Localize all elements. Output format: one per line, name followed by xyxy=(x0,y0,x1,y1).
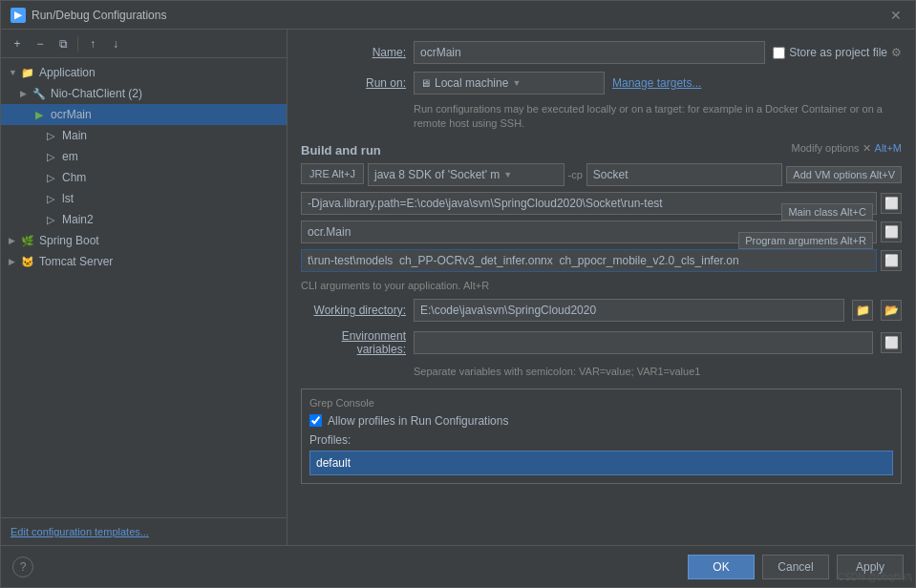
tree-item-main[interactable]: ▷ Main xyxy=(1,125,287,146)
store-label: Store as project file xyxy=(789,46,887,59)
help-button[interactable]: ? xyxy=(12,556,33,578)
right-panel: Name: Store as project file ⚙ Run on: 🖥 … xyxy=(288,30,915,545)
allow-profiles-row: Allow profiles in Run Configurations xyxy=(309,414,893,428)
tree-item-main2[interactable]: ▷ Main2 xyxy=(1,209,287,230)
modify-shortcut: Alt+M xyxy=(875,142,902,154)
leaf-icon-lst: ▷ xyxy=(43,191,58,206)
manage-targets-link[interactable]: Manage targets... xyxy=(612,76,701,90)
title-bar: ▶ Run/Debug Configurations ✕ xyxy=(1,1,915,30)
move-up-button[interactable]: ↑ xyxy=(82,33,103,54)
tree-item-springboot[interactable]: ▶ 🌿 Spring Boot xyxy=(1,230,287,251)
tree-label-nio: Nio-ChatClient (2) xyxy=(51,87,142,100)
tree-label-application: Application xyxy=(39,66,96,79)
cp-input[interactable] xyxy=(586,163,783,186)
expand-arrow-nio: ▶ xyxy=(20,89,32,98)
name-label: Name: xyxy=(301,46,406,59)
title-bar-left: ▶ Run/Debug Configurations xyxy=(11,8,166,23)
run-icon-ocrmain: ▶ xyxy=(32,107,47,122)
leaf-icon-em: ▷ xyxy=(43,149,58,164)
store-checkbox[interactable] xyxy=(773,47,785,59)
copy-config-button[interactable]: ⧉ xyxy=(53,33,74,54)
working-dir-folder-btn[interactable]: 📁 xyxy=(852,300,873,321)
main-class-hint: Main class Alt+C xyxy=(781,203,873,220)
edit-templates-link[interactable]: Edit configuration templates... xyxy=(1,517,287,545)
env-vars-row: Environment variables: ⬜ xyxy=(301,329,902,356)
run-hint-text: Run configurations may be executed local… xyxy=(414,102,902,132)
working-dir-expand-btn[interactable]: 📂 xyxy=(881,300,902,321)
tree-item-tomcat[interactable]: ▶ 🐱 Tomcat Server xyxy=(1,251,287,272)
add-config-button[interactable]: + xyxy=(7,33,28,54)
cancel-button[interactable]: Cancel xyxy=(762,555,829,579)
sdk-arrow: ▼ xyxy=(503,170,512,179)
cp-separator: -cp xyxy=(568,169,583,180)
env-hint: Separate variables with semicolon: VAR=v… xyxy=(414,366,902,377)
tree-item-nio[interactable]: ▶ 🔧 Nio-ChatClient (2) xyxy=(1,83,287,104)
tree-item-chm[interactable]: ▷ Chm xyxy=(1,167,287,188)
env-label: Environment variables: xyxy=(301,329,406,356)
sdk-value: java 8 SDK of 'Socket' m xyxy=(374,168,500,181)
prog-args-input[interactable] xyxy=(301,249,877,272)
tree-item-application[interactable]: ▼ 📁 Application xyxy=(1,62,287,83)
modify-options: Modify options ✕ Alt+M xyxy=(792,142,902,155)
name-row: Name: Store as project file ⚙ xyxy=(301,41,902,64)
app-icon-nio: 🔧 xyxy=(32,86,47,101)
tree-label-main: Main xyxy=(62,129,87,142)
env-input[interactable] xyxy=(414,331,873,354)
name-input[interactable] xyxy=(414,41,765,64)
watermark: CSDN @bbq炸鸡 xyxy=(838,571,912,584)
jre-button[interactable]: JRE Alt+J xyxy=(301,163,364,184)
tree-label-tomcat: Tomcat Server xyxy=(39,255,113,268)
grep-console-box: Grep Console Allow profiles in Run Confi… xyxy=(301,388,902,484)
prog-args-row: ⬜ Program arguments Alt+R xyxy=(301,249,902,272)
sdk-select[interactable]: java 8 SDK of 'Socket' m ▼ xyxy=(368,163,565,186)
config-tree: ▼ 📁 Application ▶ 🔧 Nio-ChatClient (2) ▶ xyxy=(1,58,287,517)
working-dir-input[interactable] xyxy=(414,299,844,322)
tree-item-em[interactable]: ▷ em xyxy=(1,146,287,167)
vm-expand-button[interactable]: ⬜ xyxy=(881,193,902,214)
dialog-title: Run/Debug Configurations xyxy=(32,9,166,22)
folder-icon: 📁 xyxy=(20,65,35,80)
toolbar-separator xyxy=(77,36,78,52)
jre-row: JRE Alt+J java 8 SDK of 'Socket' m ▼ -cp… xyxy=(301,163,902,186)
run-on-value: Local machine xyxy=(435,76,508,90)
local-machine-icon: 🖥 xyxy=(420,77,431,89)
modify-options-text: Modify options ✕ xyxy=(792,142,871,155)
tree-label-em: em xyxy=(62,150,78,163)
remove-config-button[interactable]: − xyxy=(30,33,51,54)
tree-label-lst: lst xyxy=(62,192,74,205)
run-debug-dialog: ▶ Run/Debug Configurations ✕ + − ⧉ ↑ ↓ ▼… xyxy=(0,0,916,588)
store-row: Store as project file ⚙ xyxy=(773,46,902,59)
ok-button[interactable]: OK xyxy=(688,555,755,579)
profiles-input[interactable] xyxy=(309,451,893,475)
tomcat-icon: 🐱 xyxy=(20,254,35,269)
tree-item-lst[interactable]: ▷ lst xyxy=(1,188,287,209)
prog-args-expand[interactable]: ⬜ xyxy=(881,250,902,271)
tree-label-main2: Main2 xyxy=(62,213,94,226)
working-dir-row: Working directory: 📁 📂 xyxy=(301,299,902,322)
move-down-button[interactable]: ↓ xyxy=(105,33,126,54)
tree-label-springboot: Spring Boot xyxy=(39,234,99,247)
spring-icon: 🌿 xyxy=(20,233,35,248)
cli-hint: CLI arguments to your application. Alt+R xyxy=(301,280,902,291)
expand-arrow-tomcat: ▶ xyxy=(9,257,20,266)
allow-profiles-checkbox[interactable] xyxy=(309,414,322,427)
env-expand-btn[interactable]: ⬜ xyxy=(881,332,902,353)
allow-profiles-label: Allow profiles in Run Configurations xyxy=(328,414,508,428)
prog-args-hint: Program arguments Alt+R xyxy=(738,232,873,249)
run-on-label: Run on: xyxy=(301,76,406,90)
profiles-label: Profiles: xyxy=(309,433,893,447)
tree-item-ocrmain[interactable]: ▶ ocrMain xyxy=(1,104,287,125)
build-run-label: Build and run xyxy=(301,143,381,158)
dropdown-arrow: ▼ xyxy=(512,78,521,88)
dialog-icon: ▶ xyxy=(11,8,26,23)
close-button[interactable]: ✕ xyxy=(886,6,905,25)
left-panel: + − ⧉ ↑ ↓ ▼ 📁 Application ▶ xyxy=(1,30,288,545)
dialog-content: + − ⧉ ↑ ↓ ▼ 📁 Application ▶ xyxy=(1,30,915,545)
build-run-section: Build and run Modify options ✕ Alt+M JRE… xyxy=(301,139,902,291)
tree-label-ocrmain: ocrMain xyxy=(51,108,92,121)
leaf-icon-main: ▷ xyxy=(43,128,58,143)
run-on-select[interactable]: 🖥 Local machine ▼ xyxy=(414,72,605,94)
main-class-expand[interactable]: ⬜ xyxy=(881,221,902,242)
bottom-bar: ? OK Cancel Apply xyxy=(1,545,915,587)
working-dir-label: Working directory: xyxy=(301,304,406,317)
